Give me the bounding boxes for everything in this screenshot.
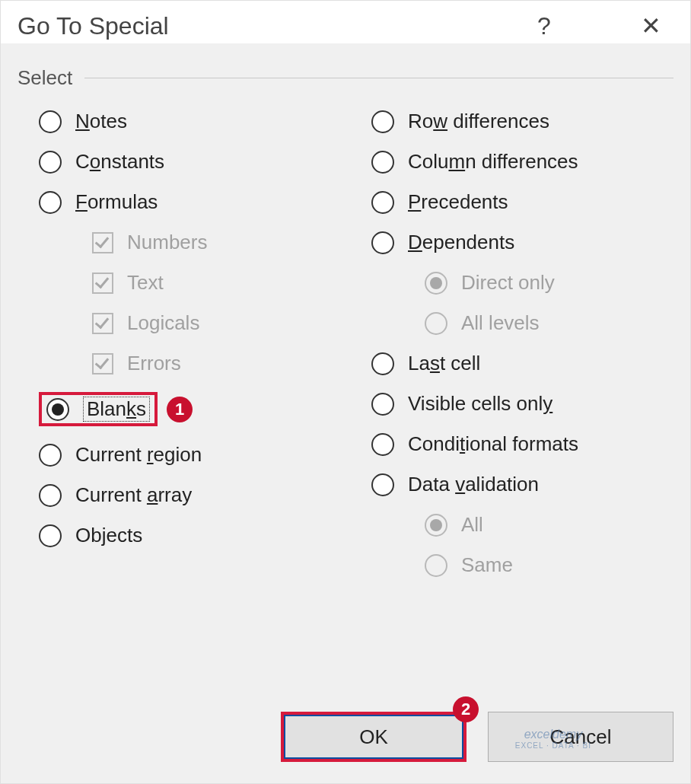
cancel-button-label: Cancel	[550, 725, 612, 749]
option-dv-all: All	[371, 513, 673, 537]
radio-icon	[425, 312, 447, 335]
radio-icon	[39, 191, 62, 214]
help-icon[interactable]: ?	[521, 12, 567, 40]
ok-button-wrap: OK 2	[281, 712, 467, 762]
option-objects[interactable]: Objects	[39, 524, 341, 547]
options-grid: Notes Constants Formulas Numbers Text	[18, 110, 673, 594]
radio-icon	[371, 191, 394, 214]
annotation-badge-1: 1	[167, 397, 193, 422]
checkbox-icon	[92, 232, 113, 253]
checkbox-icon	[92, 272, 113, 294]
dialog-title: Go To Special	[18, 12, 521, 40]
option-label: Data validation	[408, 473, 539, 496]
option-blanks-row: Blanks 1	[39, 392, 341, 426]
group-header: Select	[18, 66, 673, 90]
radio-icon	[39, 484, 62, 507]
option-label: Blanks	[83, 397, 150, 422]
highlight-frame-1: Blanks	[39, 392, 158, 426]
radio-icon	[39, 524, 62, 547]
option-label: All	[461, 513, 483, 537]
radio-icon	[39, 110, 62, 133]
radio-icon	[371, 393, 394, 416]
button-row: OK 2 Cancel	[281, 712, 673, 762]
option-label: Formulas	[75, 190, 158, 214]
option-label: Current region	[75, 443, 202, 467]
group-divider	[84, 78, 673, 78]
option-text: Text	[39, 271, 341, 295]
option-last-cell[interactable]: Last cell	[371, 352, 673, 375]
radio-icon	[39, 444, 62, 467]
option-label: All levels	[461, 311, 540, 335]
option-label: Conditional formats	[408, 432, 578, 456]
checkbox-icon	[92, 313, 113, 334]
option-label: Dependents	[408, 231, 514, 254]
option-label: Notes	[75, 110, 127, 133]
option-blanks[interactable]: Blanks	[46, 397, 150, 422]
option-constants[interactable]: Constants	[39, 150, 341, 174]
option-label: Precedents	[408, 190, 508, 214]
option-dv-same: Same	[371, 553, 673, 577]
option-precedents[interactable]: Precedents	[371, 190, 673, 214]
option-column-differences[interactable]: Column differences	[371, 150, 673, 174]
option-numbers: Numbers	[39, 231, 341, 254]
option-label: Visible cells only	[408, 392, 552, 416]
radio-icon	[371, 151, 394, 174]
dialog-body: Select Notes Constants Formulas	[1, 43, 690, 594]
radio-icon	[46, 398, 69, 421]
radio-icon	[39, 151, 62, 174]
option-label: Logicals	[127, 311, 199, 335]
option-label: Text	[127, 271, 164, 295]
option-current-array[interactable]: Current array	[39, 483, 341, 507]
option-label: Last cell	[408, 352, 480, 375]
go-to-special-dialog: Go To Special ? ✕ Select Notes Constants	[0, 0, 691, 784]
radio-icon	[371, 433, 394, 456]
ok-button[interactable]: OK	[281, 712, 467, 762]
close-icon[interactable]: ✕	[628, 11, 673, 40]
option-label: Numbers	[127, 231, 207, 254]
radio-icon	[371, 231, 394, 254]
option-notes[interactable]: Notes	[39, 110, 341, 133]
option-all-levels: All levels	[371, 311, 673, 335]
option-row-differences[interactable]: Row differences	[371, 110, 673, 133]
checkbox-icon	[92, 353, 113, 374]
option-errors: Errors	[39, 352, 341, 375]
option-data-validation[interactable]: Data validation	[371, 473, 673, 496]
cancel-button[interactable]: Cancel	[488, 712, 673, 762]
right-column: Row differences Column differences Prece…	[371, 110, 673, 594]
option-logicals: Logicals	[39, 311, 341, 335]
option-visible-cells-only[interactable]: Visible cells only	[371, 392, 673, 416]
option-label: Column differences	[408, 150, 578, 174]
option-label: Direct only	[461, 271, 555, 295]
option-conditional-formats[interactable]: Conditional formats	[371, 432, 673, 456]
option-current-region[interactable]: Current region	[39, 443, 341, 467]
ok-button-label: OK	[359, 725, 388, 749]
option-label: Same	[461, 553, 513, 577]
radio-icon	[371, 110, 394, 133]
radio-icon	[425, 272, 447, 295]
option-label: Current array	[75, 483, 192, 507]
radio-icon	[371, 352, 394, 375]
radio-icon	[371, 473, 394, 496]
annotation-badge-2: 2	[453, 696, 479, 722]
option-label: Errors	[127, 352, 181, 375]
option-label: Constants	[75, 150, 164, 174]
radio-icon	[425, 554, 447, 577]
option-formulas[interactable]: Formulas	[39, 190, 341, 214]
option-label: Objects	[75, 524, 142, 547]
group-label: Select	[18, 66, 72, 90]
option-dependents[interactable]: Dependents	[371, 231, 673, 254]
option-label: Row differences	[408, 110, 549, 133]
option-direct-only: Direct only	[371, 271, 673, 295]
radio-icon	[425, 514, 447, 537]
titlebar: Go To Special ? ✕	[1, 1, 690, 43]
left-column: Notes Constants Formulas Numbers Text	[39, 110, 341, 594]
